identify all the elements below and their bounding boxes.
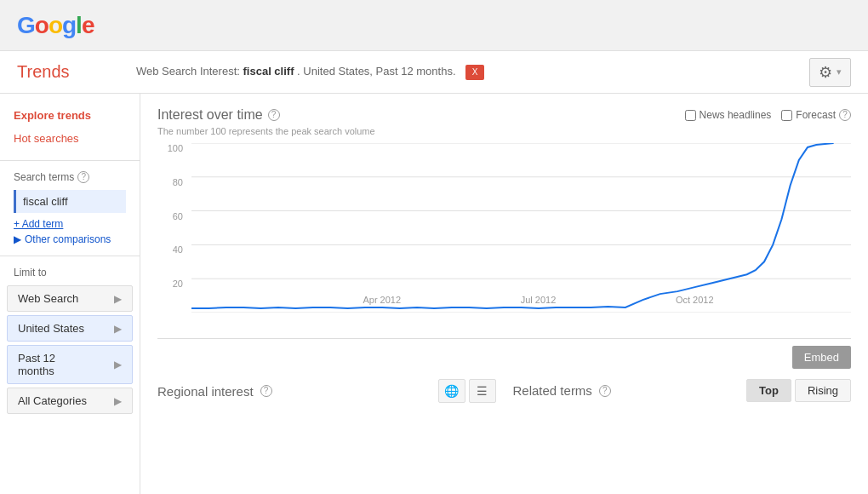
search-terms-help-icon[interactable]: ?: [77, 171, 89, 183]
google-logo: Google: [17, 12, 94, 39]
related-terms-section: Related terms ? Top Rising: [513, 379, 852, 410]
forecast-help-icon[interactable]: ?: [839, 109, 851, 121]
interest-help-icon[interactable]: ?: [268, 109, 280, 121]
forecast-checkbox[interactable]: [781, 110, 792, 121]
top-tab-button[interactable]: Top: [746, 379, 791, 402]
view-toggle: 🌐 ☰: [438, 379, 496, 403]
y-label-60: 60: [157, 211, 187, 221]
search-terms-title: Search terms ?: [14, 171, 126, 183]
filter-all-categories[interactable]: All Categories ▶: [7, 388, 133, 414]
regional-header: Regional interest ? 🌐 ☰: [157, 379, 496, 403]
search-terms-section: Search terms ? fiscal cliff + Add term ▶…: [0, 161, 140, 256]
export-icon[interactable]: X: [465, 65, 484, 80]
sidebar-item-explore[interactable]: Explore trends: [0, 104, 140, 127]
main-layout: Explore trends Hot searches Search terms…: [0, 94, 868, 494]
related-tab-toggle: Top Rising: [746, 379, 851, 402]
forecast-label: Forecast: [796, 109, 836, 121]
header: Google: [0, 0, 868, 51]
filter-past-months-chevron: ▶: [114, 359, 122, 370]
trends-title: Trends: [17, 62, 119, 82]
interest-subtitle: The number 100 represents the peak searc…: [157, 126, 851, 136]
map-view-button[interactable]: 🌐: [438, 379, 465, 403]
chart-svg-area: Apr 2012 Jul 2012 Oct 2012: [191, 143, 851, 313]
chevron-down-icon: ▾: [837, 66, 842, 78]
related-title: Related terms: [513, 383, 592, 398]
chart-x-labels: Apr 2012 Jul 2012 Oct 2012: [226, 287, 851, 313]
filter-united-states[interactable]: United States ▶: [7, 315, 133, 342]
filter-united-states-chevron: ▶: [114, 323, 122, 335]
gear-icon: ⚙: [819, 63, 832, 82]
search-info: Web Search Interest: fiscal cliff . Unit…: [136, 65, 809, 80]
bottom-sections: Regional interest ? 🌐 ☰ Related terms ? …: [157, 379, 851, 410]
logo-g2: g: [62, 12, 76, 38]
filter-past-months-label: Past 12months: [18, 352, 55, 377]
logo-g: G: [17, 12, 35, 38]
news-headlines-checkbox[interactable]: [685, 110, 696, 121]
sidebar: Explore trends Hot searches Search terms…: [0, 94, 140, 494]
filter-united-states-label: United States: [18, 322, 84, 335]
filter-web-search-label: Web Search: [18, 292, 78, 305]
chart-container: 100 80 60 40 20: [157, 143, 851, 339]
other-comparisons-link[interactable]: ▶ Other comparisons: [14, 233, 126, 245]
rising-tab-button[interactable]: Rising: [795, 379, 851, 402]
search-info-prefix: Web Search Interest:: [136, 65, 243, 78]
news-headlines-checkbox-label[interactable]: News headlines: [685, 109, 772, 121]
filter-web-search[interactable]: Web Search ▶: [7, 285, 133, 312]
embed-container: Embed: [157, 346, 851, 369]
x-label-oct: Oct 2012: [676, 295, 714, 305]
related-header: Related terms ? Top Rising: [513, 379, 852, 402]
search-term-box[interactable]: fiscal cliff: [14, 190, 126, 213]
y-label-100: 100: [157, 143, 187, 153]
logo-e: e: [82, 12, 94, 38]
subheader: Trends Web Search Interest: fiscal cliff…: [0, 51, 868, 94]
x-label-apr: Apr 2012: [363, 295, 401, 305]
related-help-icon[interactable]: ?: [599, 385, 611, 397]
content-area: Interest over time ? News headlines Fore…: [140, 94, 868, 494]
filter-web-search-chevron: ▶: [114, 293, 122, 305]
filter-past-months[interactable]: Past 12months ▶: [7, 345, 133, 384]
search-term-bold: fiscal cliff: [243, 65, 294, 78]
settings-button[interactable]: ⚙ ▾: [809, 58, 851, 87]
embed-button[interactable]: Embed: [792, 346, 851, 369]
y-label-80: 80: [157, 177, 187, 187]
y-label-40: 40: [157, 244, 187, 255]
filter-all-categories-chevron: ▶: [114, 395, 122, 407]
list-view-button[interactable]: ☰: [469, 379, 496, 403]
filter-all-categories-label: All Categories: [18, 394, 87, 407]
sidebar-item-hot-searches[interactable]: Hot searches: [0, 127, 140, 150]
chart-options: News headlines Forecast ?: [685, 109, 851, 121]
y-label-20: 20: [157, 279, 187, 289]
interest-title: Interest over time: [157, 107, 263, 123]
sidebar-nav: Explore trends Hot searches: [0, 94, 140, 161]
chart-y-labels: 100 80 60 40 20: [157, 143, 187, 313]
x-label-jul: Jul 2012: [521, 295, 557, 305]
logo-o1: o: [35, 12, 49, 38]
add-term-link[interactable]: + Add term: [14, 218, 126, 230]
regional-help-icon[interactable]: ?: [260, 385, 272, 397]
triangle-icon: ▶: [14, 233, 21, 245]
logo-l: l: [76, 12, 82, 38]
limit-title: Limit to: [0, 267, 140, 279]
news-headlines-label: News headlines: [700, 109, 772, 121]
interest-section-header: Interest over time ? News headlines Fore…: [157, 107, 851, 123]
forecast-checkbox-label[interactable]: Forecast ?: [781, 109, 851, 121]
limit-section: Limit to Web Search ▶ United States ▶ Pa…: [0, 256, 140, 428]
regional-title: Regional interest: [157, 384, 254, 399]
chart-line-fiscal-cliff: [191, 143, 834, 308]
search-info-suffix: . United States, Past 12 months.: [297, 65, 455, 78]
regional-interest-section: Regional interest ? 🌐 ☰: [157, 379, 496, 410]
logo-o2: o: [49, 12, 62, 38]
